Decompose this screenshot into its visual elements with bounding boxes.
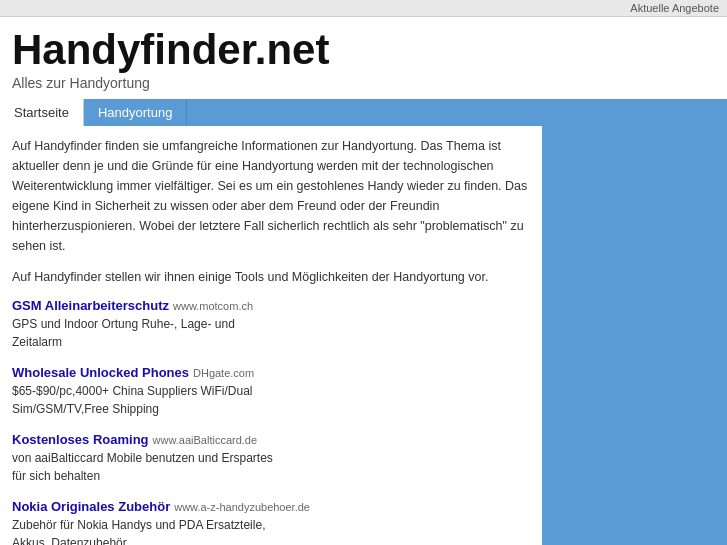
ad-item-3: Kostenloses Roamingwww.aaiBalticcard.de … [12, 432, 530, 485]
site-tagline: Alles zur Handyortung [12, 75, 715, 91]
right-panel [542, 126, 727, 545]
left-content: Auf Handyfinder finden sie umfangreiche … [0, 126, 542, 545]
main-content: Auf Handyfinder finden sie umfangreiche … [0, 126, 727, 545]
nav-item-handyortung[interactable]: Handyortung [84, 99, 187, 126]
ad-title-1[interactable]: GSM Alleinarbeiterschutzwww.motcom.ch [12, 298, 530, 313]
ad-title-3[interactable]: Kostenloses Roamingwww.aaiBalticcard.de [12, 432, 530, 447]
top-bar-label: Aktuelle Angebote [630, 2, 719, 14]
nav-bar: Startseite Handyortung [0, 99, 727, 126]
site-header: Handyfinder.net Alles zur Handyortung [0, 17, 727, 99]
ad-item-4: Nokia Originales Zubehörwww.a-z-handyzub… [12, 499, 530, 545]
ad-desc-1: GPS und Indoor Ortung Ruhe-, Lage- undZe… [12, 315, 530, 351]
nav-item-startseite[interactable]: Startseite [0, 99, 84, 126]
ad-section: GSM Alleinarbeiterschutzwww.motcom.ch GP… [12, 298, 530, 545]
ad-item-2: Wholesale Unlocked PhonesDHgate.com $65-… [12, 365, 530, 418]
intro-paragraph2: Auf Handyfinder stellen wir ihnen einige… [12, 270, 530, 284]
ad-title-4[interactable]: Nokia Originales Zubehörwww.a-z-handyzub… [12, 499, 530, 514]
ad-item-1: GSM Alleinarbeiterschutzwww.motcom.ch GP… [12, 298, 530, 351]
ad-desc-3: von aaiBalticcard Mobile benutzen und Er… [12, 449, 530, 485]
ad-desc-4: Zubehör für Nokia Handys und PDA Ersatzt… [12, 516, 530, 545]
intro-paragraph1: Auf Handyfinder finden sie umfangreiche … [12, 136, 530, 256]
site-title: Handyfinder.net [12, 27, 715, 73]
ad-title-2[interactable]: Wholesale Unlocked PhonesDHgate.com [12, 365, 530, 380]
ad-desc-2: $65-$90/pc,4000+ China Suppliers WiFi/Du… [12, 382, 530, 418]
